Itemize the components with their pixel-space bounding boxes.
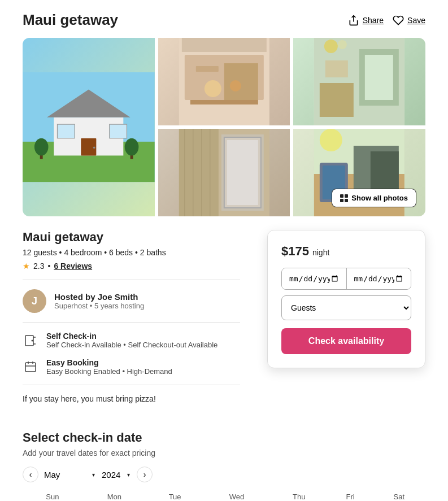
checkin-input[interactable] bbox=[282, 268, 347, 289]
svg-rect-26 bbox=[325, 60, 348, 77]
heart-icon bbox=[393, 15, 404, 26]
svg-rect-8 bbox=[110, 124, 127, 138]
day-header-tue: Tue bbox=[146, 488, 204, 501]
calendar-nav: ‹ JanuaryFebruaryMarchApril MayJuneJulyA… bbox=[23, 467, 425, 482]
divider-2 bbox=[23, 322, 240, 323]
svg-point-6 bbox=[93, 146, 95, 149]
day-header-sat: Sat bbox=[373, 488, 425, 501]
calendar-title: Select check-in date bbox=[23, 430, 425, 445]
price-amount: $175 bbox=[281, 244, 309, 259]
year-select-wrap: 202420252026 bbox=[102, 470, 131, 480]
photo-cell-2[interactable] bbox=[293, 38, 425, 125]
reviews-link[interactable]: 6 Reviews bbox=[54, 262, 92, 271]
svg-rect-25 bbox=[320, 83, 354, 117]
feature-easy-booking: Easy Booking Easy Booking Enabled • High… bbox=[23, 358, 240, 376]
host-sub: Superhost • 5 years hosting bbox=[54, 302, 144, 310]
svg-point-18 bbox=[204, 80, 221, 97]
svg-rect-17 bbox=[190, 100, 258, 104]
grid-icon bbox=[340, 194, 348, 202]
svg-point-12 bbox=[125, 138, 139, 156]
photo-grid: Show all photos bbox=[23, 38, 425, 216]
svg-rect-24 bbox=[365, 55, 393, 100]
next-month-button[interactable]: › bbox=[137, 467, 153, 482]
listing-meta: 12 guests • 4 bedroom • 6 beds • 2 baths bbox=[23, 248, 240, 257]
svg-rect-20 bbox=[181, 38, 266, 52]
checkout-input[interactable] bbox=[347, 268, 411, 289]
day-header-sun: Sun bbox=[23, 488, 82, 501]
svg-rect-37 bbox=[227, 140, 258, 205]
guests-select[interactable]: Guests 1 guest 2 guests 3 guests 4 guest… bbox=[281, 295, 411, 320]
month-select[interactable]: JanuaryFebruaryMarchApril MayJuneJulyAug… bbox=[44, 470, 96, 480]
feature-self-checkin: Self Check-in Self Check-in Available • … bbox=[23, 332, 240, 349]
feature-title-2: Easy Booking bbox=[46, 358, 172, 367]
pricing-card: $175 night Guests 1 guest 2 guests 3 gue… bbox=[267, 230, 425, 368]
check-availability-button[interactable]: Check availability bbox=[281, 328, 411, 354]
page-title: Maui getaway bbox=[23, 11, 118, 29]
rating-value: 2.3 bbox=[33, 262, 44, 271]
price-row: $175 night bbox=[281, 244, 411, 259]
host-info: Hosted by Joe Smith Superhost • 5 years … bbox=[54, 292, 144, 310]
svg-rect-16 bbox=[224, 63, 258, 100]
svg-point-46 bbox=[32, 340, 33, 342]
star-icon: ★ bbox=[23, 262, 30, 271]
door-icon bbox=[23, 333, 38, 348]
date-row bbox=[281, 268, 411, 290]
photo-cell-3[interactable] bbox=[158, 129, 290, 216]
host-row: J Hosted by Joe Smith Superhost • 5 year… bbox=[23, 289, 240, 313]
svg-point-19 bbox=[229, 80, 241, 92]
feature-sub-1: Self Check-in Available • Self Checkout-… bbox=[46, 341, 218, 349]
price-night: night bbox=[312, 248, 329, 257]
svg-rect-47 bbox=[25, 363, 36, 372]
svg-point-27 bbox=[324, 40, 338, 53]
avatar: J bbox=[23, 289, 46, 313]
header-actions: Share Save bbox=[348, 15, 425, 26]
svg-point-43 bbox=[320, 129, 342, 151]
share-icon bbox=[348, 15, 359, 26]
photo-main[interactable] bbox=[23, 38, 155, 216]
share-button[interactable]: Share bbox=[348, 15, 384, 26]
booking-icon bbox=[23, 359, 38, 375]
day-header-fri: Fri bbox=[328, 488, 373, 501]
show-all-photos-button[interactable]: Show all photos bbox=[332, 189, 416, 207]
feature-title-1: Self Check-in bbox=[46, 332, 218, 341]
svg-rect-7 bbox=[57, 124, 75, 138]
year-select[interactable]: 202420252026 bbox=[102, 470, 131, 480]
calendar-subtitle: Add your travel dates for exact pricing bbox=[23, 448, 425, 458]
svg-point-28 bbox=[338, 40, 347, 49]
host-name: Hosted by Joe Smith bbox=[54, 292, 144, 302]
dot-separator: • bbox=[47, 262, 50, 271]
day-header-mon: Mon bbox=[82, 488, 146, 501]
day-header-thu: Thu bbox=[270, 488, 328, 501]
pricing-card-container: $175 night Guests 1 guest 2 guests 3 gue… bbox=[267, 230, 425, 368]
rating-row: ★ 2.3 • 6 Reviews bbox=[23, 262, 240, 271]
day-header-wed: Wed bbox=[203, 488, 269, 501]
divider-3 bbox=[23, 385, 240, 385]
save-button[interactable]: Save bbox=[393, 15, 425, 26]
month-select-wrap: JanuaryFebruaryMarchApril MayJuneJulyAug… bbox=[44, 470, 96, 480]
feature-sub-2: Easy Booking Enabled • High-Demand bbox=[46, 367, 172, 376]
calendar-section: Select check-in date Add your travel dat… bbox=[23, 430, 425, 501]
calendar-table: Sun Mon Tue Wed Thu Fri Sat 28 29 30 1 2… bbox=[23, 488, 425, 501]
prev-month-button[interactable]: ‹ bbox=[23, 467, 38, 482]
listing-note: If you stay here, you must bring pizza! bbox=[23, 394, 240, 403]
listing-title: Maui getaway bbox=[23, 230, 240, 245]
svg-point-10 bbox=[34, 138, 49, 156]
svg-rect-15 bbox=[195, 66, 218, 72]
photo-cell-1[interactable] bbox=[158, 38, 290, 125]
divider-1 bbox=[23, 280, 240, 280]
